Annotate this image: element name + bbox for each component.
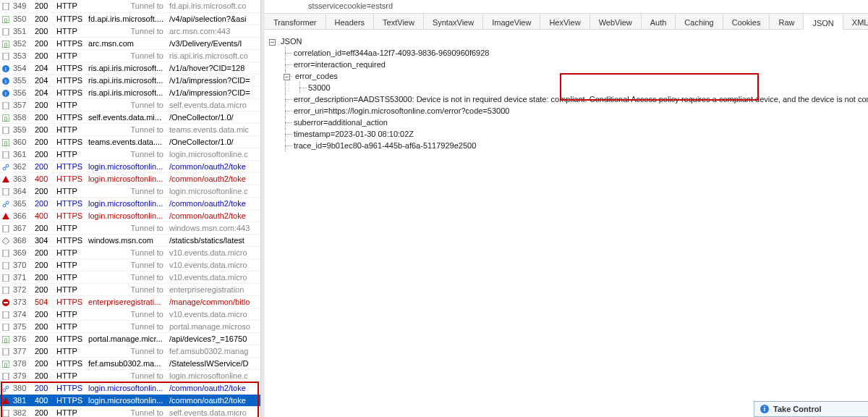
session-protocol: HTTP — [54, 258, 85, 271]
svg-rect-41 — [3, 348, 9, 355]
session-row[interactable]: 363400HTTPSlogin.microsoftonlin.../commo… — [0, 172, 260, 185]
collapse-toggle-icon[interactable]: − — [284, 74, 290, 80]
doc-icon — [0, 345, 10, 357]
session-protocol: HTTPS — [54, 74, 85, 86]
session-row[interactable]: 365200HTTPSlogin.microsoftonlin.../commo… — [0, 197, 260, 209]
session-row[interactable]: 379200HTTPTunnel tologin.microsoftonline… — [0, 369, 260, 382]
session-row[interactable]: 359200HTTPTunnel toteams.events.data.mic — [0, 123, 260, 135]
json-node[interactable]: suberror=additional_action — [279, 117, 868, 128]
svg-text:{}: {} — [4, 42, 8, 48]
session-row[interactable]: 372200HTTPTunnel toenterpriseregistratio… — [0, 283, 260, 295]
session-result: 200 — [32, 332, 54, 345]
tab-textview[interactable]: TextView — [374, 14, 424, 29]
doc-icon — [0, 271, 10, 283]
session-result: 200 — [32, 98, 54, 111]
take-control-bar[interactable]: i Take Control ✕ — [754, 401, 868, 417]
session-protocol: HTTP — [54, 345, 85, 357]
session-id: 349 — [10, 0, 32, 12]
session-host: login.microsoftonlin... — [85, 394, 166, 406]
json-root-node[interactable]: − JSON correlation_id=eff344aa-12f7-4093… — [276, 35, 868, 151]
json-node[interactable]: timestamp=2023-01-30 08:10:02Z — [279, 128, 868, 140]
json-icon: {} — [0, 332, 10, 345]
svg-rect-29 — [3, 225, 9, 232]
inspector-tabstrip: TransformerHeadersTextViewSyntaxViewImag… — [265, 13, 868, 30]
tab-hexview[interactable]: HexView — [540, 14, 590, 29]
session-result: 200 — [32, 197, 54, 209]
tab-cookies[interactable]: Cookies — [723, 14, 770, 29]
tab-raw[interactable]: Raw — [770, 14, 804, 29]
json-value: error_description=AADSTS53000: Device is… — [294, 95, 868, 104]
session-row[interactable]: 349200HTTPTunnel tofd.api.iris.microsoft… — [0, 0, 260, 12]
session-result: 200 — [32, 258, 54, 271]
svg-line-47 — [5, 388, 7, 389]
collapse-toggle-icon[interactable]: − — [269, 39, 276, 46]
session-row[interactable]: {}350200HTTPSfd.api.iris.microsoft..../v… — [0, 12, 260, 25]
session-url: /common/oauth2/toke — [166, 209, 260, 222]
session-row[interactable]: {}360200HTTPSteams.events.data..../OneCo… — [0, 135, 260, 148]
session-id: 356 — [10, 86, 32, 98]
tab-auth[interactable]: Auth — [642, 14, 676, 29]
tab-caching[interactable]: Caching — [676, 14, 723, 29]
session-protocol: HTTP — [54, 283, 85, 295]
session-row[interactable]: i356204HTTPSris.api.iris.microsoft.../v1… — [0, 86, 260, 98]
session-row[interactable]: 367200HTTPTunnel towindows.msn.com:443 — [0, 222, 260, 234]
session-row[interactable]: 366400HTTPSlogin.microsoftonlin.../commo… — [0, 209, 260, 222]
session-row[interactable]: 375200HTTPTunnel toportal.manage.microso — [0, 320, 260, 332]
json-node[interactable]: error_description=AADSTS53000: Device is… — [279, 93, 868, 105]
session-row[interactable]: 380200HTTPSlogin.microsoftonlin.../commo… — [0, 382, 260, 394]
session-row[interactable]: {}352200HTTPSarc.msn.com/v3/Delivery/Eve… — [0, 37, 260, 49]
session-host: Tunnel to — [85, 185, 166, 197]
session-row[interactable]: {}358200HTTPSself.events.data.mi.../OneC… — [0, 111, 260, 123]
session-row[interactable]: 361200HTTPTunnel tologin.microsoftonline… — [0, 148, 260, 160]
session-row[interactable]: 371200HTTPTunnel tov10.events.data.micro — [0, 271, 260, 283]
session-row[interactable]: 374200HTTPTunnel tov10.events.data.micro — [0, 308, 260, 320]
session-row[interactable]: 373504HTTPSenterpriseregistrati.../manag… — [0, 295, 260, 308]
json-node[interactable]: error_uri=https://login.microsoftonline.… — [279, 105, 868, 117]
session-id: 362 — [10, 160, 32, 172]
session-row[interactable]: 369200HTTPTunnel tov10.events.data.micro — [0, 246, 260, 258]
session-row[interactable]: {}376200HTTPSportal.manage.micr.../api/d… — [0, 332, 260, 345]
tab-headers[interactable]: Headers — [326, 14, 375, 29]
session-row[interactable]: 364200HTTPTunnel tologin.microsoftonline… — [0, 185, 260, 197]
tab-json[interactable]: JSON — [804, 14, 843, 30]
json-node[interactable]: error=interaction_required — [279, 59, 868, 70]
session-url: enterpriseregistration — [166, 283, 260, 295]
session-url: ris.api.iris.microsoft.co — [166, 49, 260, 62]
session-id: 379 — [10, 369, 32, 382]
session-protocol: HTTPS — [54, 209, 85, 222]
tab-webview[interactable]: WebView — [590, 14, 642, 29]
session-row[interactable]: i355204HTTPSris.api.iris.microsoft.../v1… — [0, 74, 260, 86]
json-node[interactable]: − error_codes 53000 — [279, 70, 868, 93]
session-url: /OneCollector/1.0/ — [166, 135, 260, 148]
session-row[interactable]: 357200HTTPTunnel toself.events.data.micr… — [0, 98, 260, 111]
svg-rect-13 — [3, 102, 9, 109]
json-node[interactable]: trace_id=9b01ec80-a961-445b-af6a-5117929… — [279, 140, 868, 151]
session-result: 400 — [32, 209, 54, 222]
tab-xml[interactable]: XML — [843, 14, 868, 29]
session-row[interactable]: 382200HTTPTunnel toself.events.data.micr… — [0, 406, 260, 417]
tab-transformer[interactable]: Transformer — [265, 14, 326, 29]
session-row[interactable]: 351200HTTPTunnel toarc.msn.com:443 — [0, 25, 260, 37]
tab-imageview[interactable]: ImageView — [483, 14, 540, 29]
json-node[interactable]: correlation_id=eff344aa-12f7-4093-9836-9… — [279, 47, 868, 59]
info-icon: i — [0, 74, 10, 86]
session-row[interactable]: i354204HTTPSris.api.iris.microsoft.../v1… — [0, 62, 260, 74]
session-row[interactable]: 370200HTTPTunnel tov10.events.data.micro — [0, 258, 260, 271]
session-row[interactable]: 377200HTTPTunnel tofef.amsub0302.manag — [0, 345, 260, 357]
session-row[interactable]: 381400HTTPSlogin.microsoftonlin.../commo… — [0, 394, 260, 406]
json-node[interactable]: 53000 — [294, 82, 868, 93]
session-url: /v3/Delivery/Events/I — [166, 37, 260, 49]
session-row[interactable]: 368304HTTPSwindows.msn.com/staticsb/stat… — [0, 234, 260, 246]
session-result: 200 — [32, 369, 54, 382]
json-icon: {} — [0, 37, 10, 49]
tab-syntaxview[interactable]: SyntaxView — [424, 14, 483, 29]
doc-icon — [0, 246, 10, 258]
session-row[interactable]: 353200HTTPTunnel toris.api.iris.microsof… — [0, 49, 260, 62]
err-icon — [0, 172, 10, 185]
session-row[interactable]: 362200HTTPSlogin.microsoftonlin.../commo… — [0, 160, 260, 172]
session-row[interactable]: {}378200HTTPSfef.amsub0302.ma.../Statele… — [0, 357, 260, 369]
svg-rect-0 — [3, 3, 9, 10]
svg-rect-3 — [3, 28, 9, 35]
session-url: /common/oauth2/toke — [166, 382, 260, 394]
session-id: 365 — [10, 197, 32, 209]
